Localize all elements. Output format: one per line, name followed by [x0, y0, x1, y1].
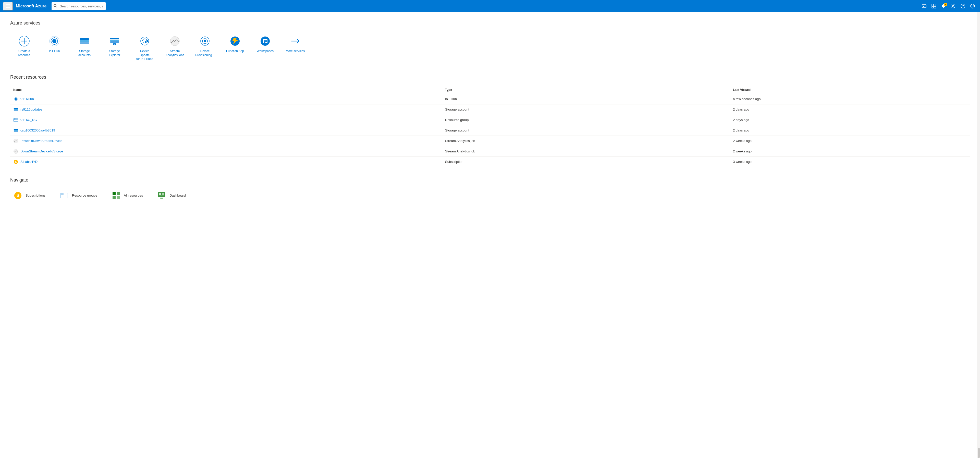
- feedback-button[interactable]: [968, 2, 977, 10]
- svg-point-39: [171, 42, 172, 43]
- resource-type: IoT Hub: [442, 94, 730, 104]
- brand-label: Microsoft Azure: [16, 4, 46, 8]
- service-storage-explorer[interactable]: StorageExplorer: [100, 32, 129, 64]
- navigate-item-resource-groups[interactable]: Resource groups: [57, 189, 100, 202]
- resource-type: Resource group: [442, 115, 730, 125]
- svg-rect-67: [14, 129, 18, 130]
- table-row: 9116C_RG Resource group 2 days ago: [10, 115, 970, 125]
- search-input[interactable]: [52, 2, 106, 10]
- svg-point-20: [52, 39, 56, 43]
- table-row: csg10032000aa4b3519 Storage account 2 da…: [10, 125, 970, 136]
- resource-name[interactable]: SiLabsHYD: [21, 160, 38, 164]
- resource-last-viewed: 2 days ago: [730, 104, 970, 115]
- resource-row-icon: $: [13, 159, 18, 164]
- resource-last-viewed: a few seconds ago: [730, 94, 970, 104]
- resource-last-viewed: 2 weeks ago: [730, 146, 970, 156]
- resource-type: Storage account: [442, 125, 730, 136]
- navigate-title: Navigate: [10, 177, 970, 183]
- svg-rect-79: [113, 192, 116, 195]
- svg-point-11: [953, 5, 954, 7]
- col-header-name: Name: [10, 86, 442, 94]
- settings-button[interactable]: [949, 2, 958, 10]
- resource-row-icon: [13, 96, 18, 102]
- svg-rect-84: [159, 193, 161, 195]
- iot-hub-icon: [48, 35, 60, 47]
- table-row: DownStreamDeviceToStorge Stream Analytic…: [10, 146, 970, 156]
- svg-rect-68: [14, 130, 18, 131]
- resource-link[interactable]: $ SiLabsHYD: [13, 159, 439, 164]
- svg-line-4: [56, 6, 57, 7]
- scrollbar-thumb[interactable]: [978, 448, 980, 458]
- table-row: rs9116updates Storage account 2 days ago: [10, 104, 970, 115]
- resource-last-viewed: 2 days ago: [730, 125, 970, 136]
- service-device-update[interactable]: Device Updatefor IoT Hubs: [130, 32, 159, 64]
- resource-name[interactable]: 9116C_RG: [21, 118, 37, 122]
- scrollbar[interactable]: [977, 12, 980, 458]
- svg-rect-80: [117, 192, 120, 195]
- service-stream-analytics[interactable]: Stream Analytics jobs: [161, 32, 189, 64]
- resource-link[interactable]: DownStreamDeviceToStorge: [13, 149, 439, 154]
- service-create-resource[interactable]: Create aresource: [10, 32, 38, 64]
- resources-table: Name Type Last Viewed 9116Hub IoT Hub a: [10, 86, 970, 167]
- azure-services-section: Azure services Create aresource: [10, 21, 970, 64]
- svg-point-59: [16, 101, 16, 101]
- service-create-resource-label: Create aresource: [18, 49, 30, 57]
- resource-name[interactable]: rs9116updates: [21, 107, 42, 111]
- dashboard-icon: [157, 191, 166, 200]
- svg-rect-32: [110, 41, 119, 43]
- recent-resources-title: Recent resources: [10, 75, 970, 80]
- resource-last-viewed: 2 days ago: [730, 115, 970, 125]
- navigate-item-dashboard[interactable]: Dashboard: [154, 189, 189, 202]
- resource-row-icon: [13, 117, 18, 123]
- svg-point-14: [970, 4, 975, 8]
- svg-rect-52: [264, 41, 267, 41]
- table-row: 9116Hub IoT Hub a few seconds ago: [10, 94, 970, 104]
- create-resource-icon: [18, 35, 30, 47]
- navigate-label-all-resources: All resources: [124, 193, 143, 197]
- service-storage-accounts[interactable]: Storageaccounts: [70, 32, 99, 64]
- hamburger-button[interactable]: [3, 2, 13, 10]
- search-wrap: [52, 2, 230, 10]
- function-app-icon: [229, 35, 241, 47]
- svg-rect-27: [80, 38, 89, 40]
- service-device-provisioning[interactable]: Device Provisioning...: [191, 32, 219, 64]
- resource-link[interactable]: csg10032000aa4b3519: [13, 128, 439, 133]
- resource-row-icon: [13, 107, 18, 112]
- resource-link[interactable]: 9116C_RG: [13, 117, 439, 123]
- help-button[interactable]: [959, 2, 967, 10]
- portal-menu-button[interactable]: [929, 2, 938, 10]
- svg-rect-2: [6, 7, 10, 8]
- resource-link[interactable]: 9116Hub: [13, 96, 439, 102]
- notification-badge: 1: [944, 3, 947, 6]
- navigate-item-all-resources[interactable]: All resources: [108, 189, 146, 202]
- service-stream-analytics-label: Stream Analytics jobs: [165, 49, 185, 57]
- service-workspaces[interactable]: Workspaces: [251, 32, 279, 64]
- cloud-shell-button[interactable]: [920, 2, 928, 10]
- resource-link[interactable]: PowerBIDownStreamDevice: [13, 138, 439, 144]
- azure-services-title: Azure services: [10, 21, 970, 26]
- notifications-button[interactable]: 1: [939, 2, 948, 10]
- main-content: Azure services Create aresource: [0, 12, 980, 458]
- table-row: PowerBIDownStreamDevice Stream Analytics…: [10, 136, 970, 146]
- resource-groups-icon: [60, 191, 69, 200]
- service-storage-accounts-label: Storageaccounts: [78, 49, 91, 57]
- resource-name[interactable]: csg10032000aa4b3519: [21, 128, 55, 132]
- service-more-services[interactable]: More services: [281, 32, 309, 64]
- resource-name[interactable]: DownStreamDeviceToStorge: [21, 149, 63, 153]
- all-resources-icon: [111, 191, 121, 200]
- storage-explorer-icon: [108, 35, 121, 47]
- resource-name[interactable]: PowerBIDownStreamDevice: [21, 139, 62, 143]
- svg-rect-9: [932, 6, 934, 8]
- svg-rect-65: [14, 118, 15, 120]
- service-iot-hub[interactable]: IoT Hub: [40, 32, 68, 64]
- svg-point-57: [16, 97, 16, 98]
- svg-rect-7: [932, 4, 934, 6]
- resource-name[interactable]: 9116Hub: [21, 97, 34, 101]
- resource-link[interactable]: rs9116updates: [13, 107, 439, 112]
- navigate-item-subscriptions[interactable]: $ Subscriptions: [10, 189, 48, 202]
- resource-row-icon: [13, 138, 18, 144]
- service-workspaces-label: Workspaces: [257, 49, 274, 53]
- svg-rect-86: [159, 196, 164, 196]
- svg-rect-37: [146, 40, 147, 43]
- service-function-app[interactable]: Function App: [221, 32, 249, 64]
